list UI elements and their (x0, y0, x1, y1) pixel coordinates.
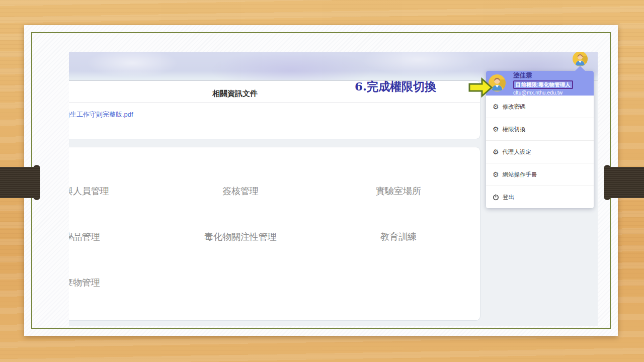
gear-icon: ⚙ (493, 126, 499, 133)
gear-icon: ⚙ (493, 148, 499, 155)
dropdown-item-deputy-settings[interactable]: ⚙ 代理人設定 (486, 140, 594, 163)
app-screenshot: 相關資訊文件 衛生工作守則完整版.pdf 與人員管理 簽核管理 實驗室場所 學品… (69, 52, 598, 326)
dropdown-item-site-manual[interactable]: ⚙ 網站操作手冊 (486, 163, 594, 186)
dropdown-item-label: 修改密碼 (503, 103, 526, 111)
user-avatar-button[interactable] (573, 52, 588, 66)
pdf-link[interactable]: 衛生工作守則完整版.pdf (69, 111, 133, 119)
presentation-slide-page: { "slide": { "annotation": "6.完成權限切換" },… (0, 0, 644, 362)
menu-item-approval[interactable]: 簽核管理 (170, 185, 311, 197)
user-name: 塗佳霖 (513, 71, 591, 79)
user-dropdown-panel: 塗佳霖 目前權限:毒化物管理人 cltu@mx.nthu.edu.tw ⚙ 修改… (486, 71, 594, 208)
arrow-right-icon (468, 77, 494, 100)
step-annotation: 6.完成權限切換 (355, 79, 470, 95)
user-dropdown-menu: ⚙ 修改密碼 ⚙ 權限切換 ⚙ 代理人設定 ⚙ 網站操作手冊 (486, 96, 594, 208)
dropdown-caret (575, 66, 585, 71)
dropdown-item-label: 權限切換 (503, 126, 526, 133)
menu-item-personnel[interactable]: 與人員管理 (69, 185, 109, 197)
menu-item-chemicals[interactable]: 學品管理 (69, 231, 100, 243)
documents-card-divider (69, 102, 480, 103)
user-email: cltu@mx.nthu.edu.tw (513, 89, 591, 96)
dropdown-item-logout[interactable]: 登出 (486, 186, 594, 208)
current-permission-badge: 目前權限:毒化物管理人 (513, 80, 573, 89)
module-menu-card: 與人員管理 簽核管理 實驗室場所 學品管理 毒化物關注性管理 教育訓練 棄物管理 (69, 147, 480, 320)
left-clip-bar-cap (33, 165, 40, 200)
right-clip-bar-cap (604, 165, 611, 200)
right-clip-bar (608, 167, 644, 198)
dropdown-item-change-password[interactable]: ⚙ 修改密碼 (486, 96, 594, 118)
menu-item-toxic-concern[interactable]: 毒化物關注性管理 (170, 231, 311, 243)
gear-icon: ⚙ (493, 103, 499, 110)
gear-icon: ⚙ (493, 171, 499, 178)
power-icon (493, 194, 499, 201)
avatar-icon (573, 52, 588, 66)
user-dropdown-header: 塗佳霖 目前權限:毒化物管理人 cltu@mx.nthu.edu.tw (486, 71, 594, 96)
left-clip-bar (0, 167, 36, 198)
menu-item-lab-sites[interactable]: 實驗室場所 (328, 185, 469, 197)
dropdown-item-switch-permission[interactable]: ⚙ 權限切換 (486, 118, 594, 140)
menu-item-waste[interactable]: 棄物管理 (69, 277, 100, 289)
dropdown-item-label: 代理人設定 (503, 148, 532, 156)
documents-card-title: 相關資訊文件 (185, 89, 285, 98)
dropdown-item-label: 登出 (503, 194, 514, 201)
menu-item-training[interactable]: 教育訓練 (328, 231, 469, 243)
dropdown-item-label: 網站操作手冊 (503, 171, 537, 178)
